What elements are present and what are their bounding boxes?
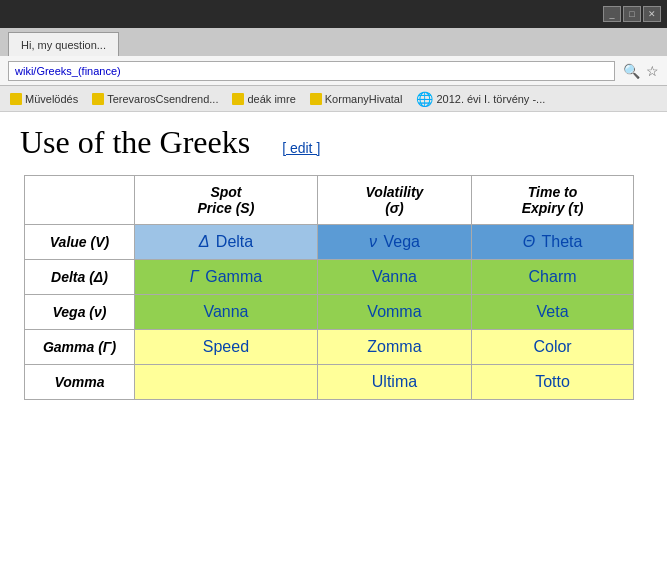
cell-vomma[interactable]: Vomma bbox=[317, 295, 471, 330]
bookmark-label: 2012. évi I. törvény -... bbox=[436, 93, 545, 105]
cell-ultima[interactable]: Ultima bbox=[317, 365, 471, 400]
maximize-button[interactable]: □ bbox=[623, 6, 641, 22]
bookmark-label: deák imre bbox=[247, 93, 295, 105]
table-row: Vega (ν) Vanna Vomma Veta bbox=[25, 295, 634, 330]
bookmarks-bar: Müvelödés TerevarosCsendrend... deák imr… bbox=[0, 86, 667, 112]
row-header-vomma: Vomma bbox=[25, 365, 135, 400]
cell-totto[interactable]: Totto bbox=[472, 365, 634, 400]
bookmark-2012[interactable]: 🌐 2012. évi I. törvény -... bbox=[412, 89, 549, 109]
active-tab[interactable]: Hi, my question... bbox=[8, 32, 119, 56]
cell-empty bbox=[135, 365, 318, 400]
globe-icon: 🌐 bbox=[416, 91, 433, 107]
table-row: Delta (Δ) Γ Gamma Vanna Charm bbox=[25, 260, 634, 295]
cell-vanna-2[interactable]: Vanna bbox=[135, 295, 318, 330]
col-header-empty bbox=[25, 176, 135, 225]
folder-icon bbox=[92, 93, 104, 105]
table-row: Value (V) Δ Delta ν Vega Θ Theta bbox=[25, 225, 634, 260]
bookmark-label: TerevarosCsendrend... bbox=[107, 93, 218, 105]
titlebar: _ □ ✕ bbox=[0, 0, 667, 28]
close-button[interactable]: ✕ bbox=[643, 6, 661, 22]
table-row: Gamma (Γ) Speed Zomma Color bbox=[25, 330, 634, 365]
browser-icons: 🔍 ☆ bbox=[623, 63, 659, 79]
cell-zomma[interactable]: Zomma bbox=[317, 330, 471, 365]
cell-speed[interactable]: Speed bbox=[135, 330, 318, 365]
cell-vanna-1[interactable]: Vanna bbox=[317, 260, 471, 295]
folder-icon bbox=[10, 93, 22, 105]
page-content: Use of the Greeks [ edit ] SpotPrice (S)… bbox=[0, 112, 667, 568]
address-bar: 🔍 ☆ bbox=[0, 56, 667, 86]
bookmark-label: Müvelödés bbox=[25, 93, 78, 105]
cell-delta[interactable]: Δ Delta bbox=[135, 225, 318, 260]
minimize-button[interactable]: _ bbox=[603, 6, 621, 22]
cell-theta[interactable]: Θ Theta bbox=[472, 225, 634, 260]
row-header-gamma: Gamma (Γ) bbox=[25, 330, 135, 365]
row-header-vega: Vega (ν) bbox=[25, 295, 135, 330]
cell-color[interactable]: Color bbox=[472, 330, 634, 365]
folder-icon bbox=[310, 93, 322, 105]
bookmark-muvelodes[interactable]: Müvelödés bbox=[6, 91, 82, 107]
table-row: Vomma Ultima Totto bbox=[25, 365, 634, 400]
cell-veta[interactable]: Veta bbox=[472, 295, 634, 330]
tab-bar: Hi, my question... bbox=[0, 28, 667, 56]
greeks-table: SpotPrice (S) Volatility(σ) Time toExpir… bbox=[24, 175, 634, 400]
search-icon[interactable]: 🔍 bbox=[623, 63, 640, 79]
cell-vega[interactable]: ν Vega bbox=[317, 225, 471, 260]
col-header-spot: SpotPrice (S) bbox=[135, 176, 318, 225]
cell-gamma[interactable]: Γ Gamma bbox=[135, 260, 318, 295]
row-header-delta: Delta (Δ) bbox=[25, 260, 135, 295]
row-header-value: Value (V) bbox=[25, 225, 135, 260]
bookmark-deak[interactable]: deák imre bbox=[228, 91, 299, 107]
col-header-time: Time toExpiry (τ) bbox=[472, 176, 634, 225]
bookmark-label: KormanyHivatal bbox=[325, 93, 403, 105]
page-title: Use of the Greeks [ edit ] bbox=[20, 124, 647, 161]
cell-charm[interactable]: Charm bbox=[472, 260, 634, 295]
col-header-volatility: Volatility(σ) bbox=[317, 176, 471, 225]
folder-icon bbox=[232, 93, 244, 105]
tab-label: Hi, my question... bbox=[21, 39, 106, 51]
edit-link[interactable]: [ edit ] bbox=[282, 140, 320, 156]
bookmark-terevaros[interactable]: TerevarosCsendrend... bbox=[88, 91, 222, 107]
star-icon[interactable]: ☆ bbox=[646, 63, 659, 79]
address-input[interactable] bbox=[8, 61, 615, 81]
bookmark-kormany[interactable]: KormanyHivatal bbox=[306, 91, 407, 107]
